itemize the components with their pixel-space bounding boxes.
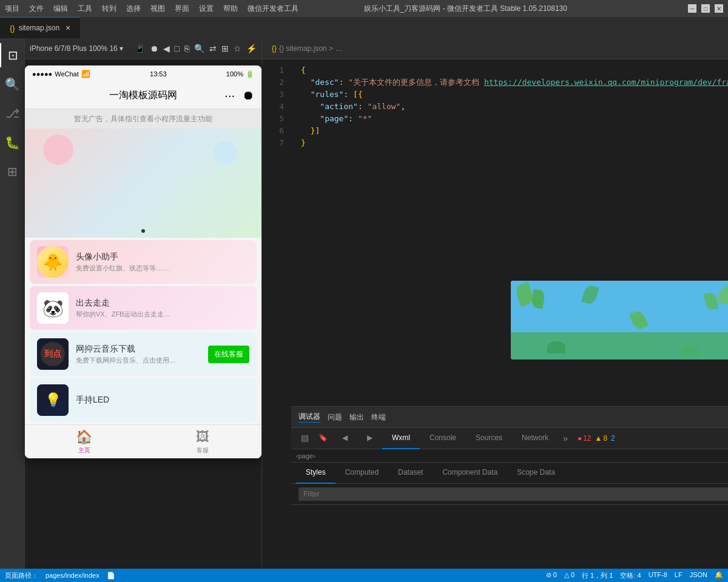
debug-filter-input[interactable] <box>298 487 728 501</box>
menu-item-file[interactable]: 文件 <box>29 4 44 14</box>
star-icon[interactable]: ☆ <box>234 44 241 53</box>
breadcrumb-icon: {} <box>272 44 277 53</box>
wxml-node-path: ‹page› <box>291 449 728 463</box>
tool-icon-panda: 🐼 <box>37 292 69 324</box>
flash-icon[interactable]: ⚡ <box>246 44 257 53</box>
debug-subtab-styles[interactable]: Styles <box>296 463 335 484</box>
activity-explorer-icon[interactable]: ⊡ <box>0 43 24 67</box>
home-tab-icon: 🏠 <box>76 429 92 445</box>
simulator-icons: 📱 ⏺ ◀ □ ⎘ 🔍 ⇄ ⊞ ☆ ⚡ <box>135 44 257 53</box>
debug-tab-console[interactable]: Console <box>420 428 466 449</box>
debug-tab-forward[interactable]: ▶ <box>357 428 382 449</box>
grid-icon[interactable]: ⊞ <box>221 44 229 53</box>
copy-icon[interactable]: ⎘ <box>184 44 189 53</box>
debug-tab-wxml[interactable]: Wxml <box>382 428 420 449</box>
activity-debug-icon[interactable]: 🐛 <box>0 130 24 155</box>
carousel[interactable] <box>25 129 261 238</box>
row-col-status: 行 1，列 1 <box>582 571 613 580</box>
notification-icon: 🔔 <box>715 571 723 580</box>
tab-sitemap-json[interactable]: {} sitemap.json × <box>0 17 80 38</box>
language-status[interactable]: JSON <box>690 571 707 580</box>
menu-item-tools[interactable]: 工具 <box>78 4 92 14</box>
tool-desc: 免费设置小红旗、状态等等…… <box>76 264 249 273</box>
menu-item-edit[interactable]: 编辑 <box>53 4 68 14</box>
online-service-button[interactable]: 在线客服 <box>208 346 249 363</box>
wechat-mini-app-title: 一淘模板源码网 <box>109 89 177 102</box>
phone-tab-home[interactable]: 🏠 主页 <box>25 425 143 458</box>
menu-item-project[interactable]: 项目 <box>5 4 19 14</box>
debug-tab-sources[interactable]: Sources <box>466 428 512 449</box>
main-layout: ⊡ 🔍 ⎇ 🐛 ⊞ 资源管理器 ··· ▶ 打开的编辑器 ▼ 娱乐小工具 ▶ 📁… <box>0 38 728 582</box>
phone-icon[interactable]: 📱 <box>135 44 145 53</box>
rotate-icon[interactable]: ⇄ <box>209 44 217 53</box>
debug-subtab-scope-data[interactable]: Scope Data <box>507 463 565 484</box>
window-title: 娱乐小工具_刀客源码网 - 微信开发者工具 Stable 1.05.210813… <box>364 4 567 14</box>
debug-error-badges: ● 12 ▲ 8 2 <box>578 434 615 443</box>
menu-item-view[interactable]: 视图 <box>150 4 165 14</box>
home-icon[interactable]: □ <box>175 44 180 53</box>
ad-banner: 暂无广告，具体指引查看小程序流量主功能 <box>25 109 261 129</box>
debug-tab-network[interactable]: Network <box>512 428 558 449</box>
close-button[interactable]: ✕ <box>715 4 723 13</box>
debug-subtabs: Styles Computed Dataset Component Data S… <box>291 463 728 484</box>
tab-filename: sitemap.json <box>19 24 59 32</box>
tool-icon-music: 到点 <box>37 338 69 370</box>
search-icon[interactable]: 🔍 <box>194 44 204 53</box>
minimize-button[interactable]: ─ <box>688 4 696 13</box>
debug-tab-more[interactable]: » <box>558 433 573 443</box>
debug-tab-debugger[interactable]: 调试器 <box>298 412 320 423</box>
tool-info: 网抑云音乐下载 免费下载网抑云音乐、点击使用... <box>76 344 201 365</box>
debug-tab-output[interactable]: 输出 <box>349 412 364 423</box>
code-editor: {} {} sitemap.json > … ⊟ ··· 1 2 3 4 5 6… <box>262 38 728 582</box>
menu-item-interface[interactable]: 界面 <box>175 4 189 14</box>
warn-count-badge: ▲ 8 <box>595 434 607 443</box>
list-item[interactable]: 🐥 头像小助手 免费设置小红旗、状态等等…… <box>30 240 257 284</box>
menu-bar: 项目 文件 编辑 工具 转到 选择 视图 界面 设置 帮助 微信开发者工具 娱乐… <box>0 0 728 17</box>
warning-status: △ 0 <box>564 571 575 580</box>
activity-search-icon[interactable]: 🔍 <box>0 72 24 96</box>
overlay-leaves-bg <box>511 281 728 360</box>
tool-icon-led: 💡 <box>37 384 69 416</box>
device-label[interactable]: iPhone 6/7/8 Plus 100% 16 ▾ <box>30 44 123 53</box>
record-icon[interactable]: ⏺ <box>150 44 158 53</box>
debug-tab-terminal[interactable]: 终端 <box>371 412 386 423</box>
wechat-header-icons: ··· ⏺ <box>224 89 254 102</box>
menu-item-devtools[interactable]: 微信开发者工具 <box>248 4 298 14</box>
debug-main-tabs: ▤ 🔖 ◀ ▶ Wxml Console Sources Network » ●… <box>291 428 728 449</box>
debug-subtab-computed[interactable]: Computed <box>335 463 388 484</box>
menu-item-goto[interactable]: 转到 <box>102 4 116 14</box>
page-path-value[interactable]: pages/index/index <box>46 572 99 579</box>
debug-subtab-dataset[interactable]: Dataset <box>388 463 433 484</box>
maximize-button[interactable]: □ <box>701 4 710 13</box>
menu-item-help[interactable]: 帮助 <box>223 4 238 14</box>
video-icon[interactable]: ⏺ <box>242 89 254 102</box>
editor-header: {} {} sitemap.json > … ⊟ ··· <box>262 38 728 59</box>
ad-text: 暂无广告，具体指引查看小程序流量主功能 <box>74 114 212 124</box>
phone-tab-service[interactable]: 🖼 客服 <box>143 425 261 458</box>
tool-name: 出去走走 <box>76 298 249 309</box>
tool-name: 头像小助手 <box>76 252 249 263</box>
code-line-2: "desc": "关于本文件的更多信息，请参考文档 https://develo… <box>301 76 728 89</box>
list-item[interactable]: 🐼 出去走走 帮你的VX、ZFB运动出去走走... <box>30 286 257 330</box>
activity-extensions-icon[interactable]: ⊞ <box>0 159 24 184</box>
phone-tab-service-label: 客服 <box>197 446 209 455</box>
wxml-panel-icon: ▤ <box>301 433 309 443</box>
debug-tab-problems[interactable]: 问题 <box>328 412 342 423</box>
tab-close-button[interactable]: × <box>66 23 70 33</box>
overlay-popup <box>511 281 728 360</box>
back-icon[interactable]: ◀ <box>163 44 170 53</box>
phone-status-right: 100% 🔋 <box>226 70 254 78</box>
menu-item-select[interactable]: 选择 <box>126 4 141 14</box>
list-item[interactable]: 到点 网抑云音乐下载 免费下载网抑云音乐、点击使用... 在线客服 <box>30 332 257 376</box>
more-icon[interactable]: ··· <box>224 89 235 102</box>
tab-icon: {} <box>10 24 15 33</box>
activity-git-icon[interactable]: ⎇ <box>0 101 24 125</box>
debug-tab-back[interactable]: ◀ <box>332 428 357 449</box>
menu-item-settings[interactable]: 设置 <box>199 4 214 14</box>
phone-frame: ●●●●● WeChat 📶 13:53 100% 🔋 一淘模板源码网 ··· … <box>25 65 261 458</box>
list-item[interactable]: 💡 手持LED <box>30 378 257 422</box>
debug-subtab-component-data[interactable]: Component Data <box>433 463 507 484</box>
wechat-header: 一淘模板源码网 ··· ⏺ <box>25 82 261 109</box>
debug-toolbar: 调试器 问题 输出 终端 ● 12 ▲ 8 2 ⚙ ··· ⊟ ✕ <box>291 407 728 428</box>
code-line-7: } <box>301 137 728 149</box>
